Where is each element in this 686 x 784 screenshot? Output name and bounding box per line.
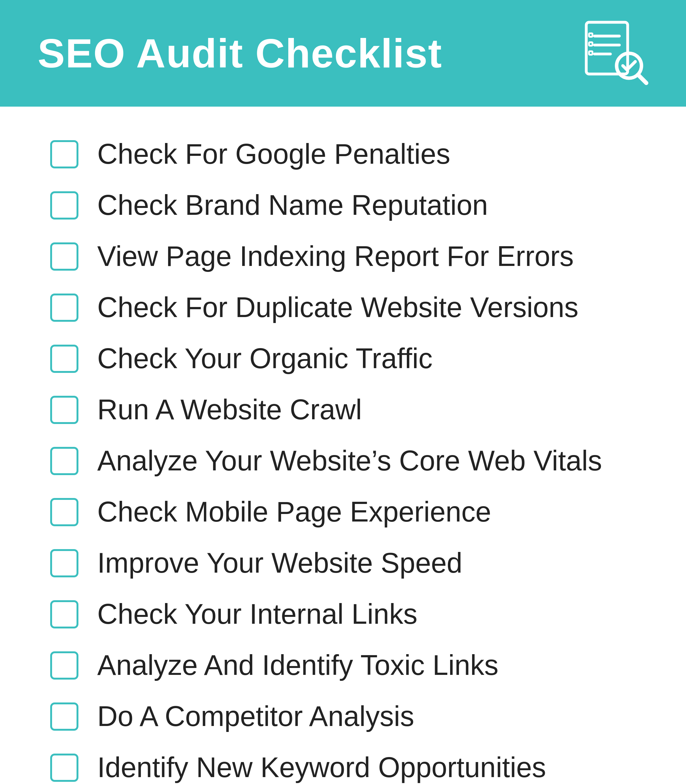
checkbox-item-10[interactable] bbox=[50, 600, 78, 628]
item-label-2: Check Brand Name Reputation bbox=[97, 189, 488, 222]
item-label-13: Identify New Keyword Opportunities bbox=[97, 751, 546, 784]
page-title: SEO Audit Checklist bbox=[38, 30, 442, 77]
list-item: Do A Competitor Analysis bbox=[50, 700, 636, 733]
checkbox-item-11[interactable] bbox=[50, 651, 78, 680]
item-label-5: Check Your Organic Traffic bbox=[97, 342, 433, 375]
item-label-3: View Page Indexing Report For Errors bbox=[97, 240, 574, 272]
checklist-container: Check For Google PenaltiesCheck Brand Na… bbox=[0, 107, 686, 784]
checkbox-item-6[interactable] bbox=[50, 396, 78, 424]
list-item: Check Brand Name Reputation bbox=[50, 189, 636, 222]
list-item: Check Your Organic Traffic bbox=[50, 342, 636, 375]
list-item: Analyze Your Website’s Core Web Vitals bbox=[50, 445, 636, 477]
checkbox-item-12[interactable] bbox=[50, 703, 78, 731]
svg-line-8 bbox=[638, 75, 646, 83]
item-label-10: Check Your Internal Links bbox=[97, 598, 418, 630]
item-label-11: Analyze And Identify Toxic Links bbox=[97, 649, 498, 681]
list-item: Run A Website Crawl bbox=[50, 394, 636, 426]
checkbox-item-9[interactable] bbox=[50, 549, 78, 577]
list-item: Check For Google Penalties bbox=[50, 138, 636, 170]
checkbox-item-1[interactable] bbox=[50, 140, 78, 168]
list-item: Identify New Keyword Opportunities bbox=[50, 751, 636, 784]
list-item: Check Mobile Page Experience bbox=[50, 496, 636, 528]
item-label-8: Check Mobile Page Experience bbox=[97, 496, 491, 528]
checklist-icon bbox=[579, 19, 648, 88]
checkbox-item-5[interactable] bbox=[50, 345, 78, 373]
item-label-9: Improve Your Website Speed bbox=[97, 547, 462, 579]
list-item: View Page Indexing Report For Errors bbox=[50, 240, 636, 272]
list-item: Check For Duplicate Website Versions bbox=[50, 291, 636, 324]
svg-rect-6 bbox=[589, 51, 593, 55]
checkbox-item-8[interactable] bbox=[50, 498, 78, 526]
checkbox-item-3[interactable] bbox=[50, 243, 78, 271]
svg-rect-5 bbox=[589, 42, 593, 46]
item-label-6: Run A Website Crawl bbox=[97, 394, 362, 426]
checkbox-item-4[interactable] bbox=[50, 293, 78, 322]
page-header: SEO Audit Checklist bbox=[0, 0, 686, 107]
list-item: Improve Your Website Speed bbox=[50, 547, 636, 579]
svg-rect-4 bbox=[589, 33, 593, 37]
list-item: Analyze And Identify Toxic Links bbox=[50, 649, 636, 681]
checkbox-item-7[interactable] bbox=[50, 447, 78, 475]
item-label-1: Check For Google Penalties bbox=[97, 138, 451, 170]
checkbox-item-2[interactable] bbox=[50, 191, 78, 220]
list-item: Check Your Internal Links bbox=[50, 598, 636, 630]
item-label-4: Check For Duplicate Website Versions bbox=[97, 291, 578, 324]
item-label-7: Analyze Your Website’s Core Web Vitals bbox=[97, 445, 602, 477]
checkbox-item-13[interactable] bbox=[50, 753, 78, 782]
item-label-12: Do A Competitor Analysis bbox=[97, 700, 414, 733]
